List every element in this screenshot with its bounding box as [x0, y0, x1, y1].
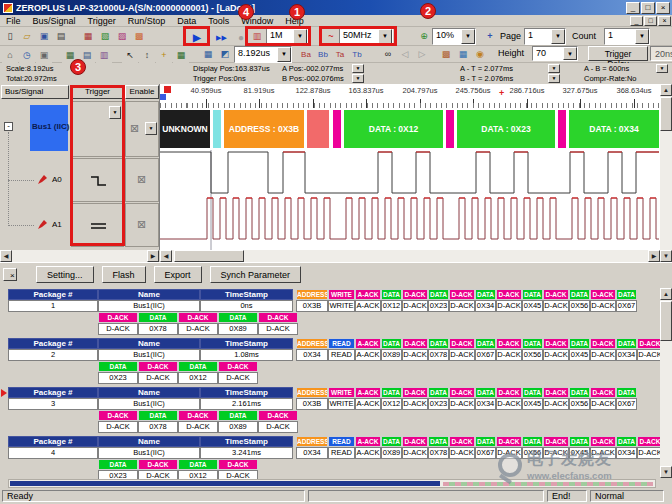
bus-segment-data-0x23[interactable]: DATA : 0X23: [457, 110, 555, 148]
window-layout-3-icon[interactable]: ▥: [96, 47, 112, 63]
bus-signal-setup-icon[interactable]: ▦: [80, 28, 96, 44]
dropdown-arrow-icon[interactable]: ▼: [635, 29, 649, 44]
doc-restore-button[interactable]: □: [644, 16, 657, 26]
a-b-dropdown[interactable]: ▼: [656, 64, 668, 73]
enable-checkbox-icon[interactable]: ⊠: [130, 122, 139, 135]
trigger-setup-icon[interactable]: ▨: [114, 28, 130, 44]
home-icon[interactable]: ⌂: [2, 47, 18, 63]
panel-close-button[interactable]: ×: [3, 268, 17, 281]
dropdown-arrow-icon[interactable]: ▼: [551, 29, 565, 44]
tab-setting-[interactable]: Setting...: [36, 266, 94, 283]
enable-column-header[interactable]: Enable: [125, 85, 159, 99]
packet-block-2[interactable]: Package #NameTimeStampADDRESSREADA-ACKDA…: [8, 338, 663, 384]
refresh-icon[interactable]: ◉: [472, 46, 488, 62]
packet-block-1[interactable]: Package #NameTimeStampADDRESSWRITEA-ACKD…: [8, 289, 637, 335]
tab-synch-parameter[interactable]: Synch Parameter: [210, 266, 302, 283]
signal-panel-hscrollbar[interactable]: ◀ ▶: [0, 250, 159, 262]
packet-field-header: DATA: [428, 436, 449, 447]
vscrollbar-thumb[interactable]: [660, 301, 672, 341]
waveform-area[interactable]: 40.959us81.919us122.878us163.837us204.79…: [160, 84, 660, 250]
grid-view-icon[interactable]: ▦: [173, 47, 189, 63]
bus-segment-separator[interactable]: [213, 110, 221, 148]
menu-bus-signal[interactable]: Bus/Signal: [27, 16, 82, 26]
open-folder-icon[interactable]: ▱: [19, 28, 35, 44]
height-select[interactable]: 70 ▼: [532, 46, 578, 61]
time-scale-select[interactable]: 8.192us ▼: [234, 46, 292, 63]
statistics-icon[interactable]: ▦: [455, 46, 471, 62]
signal-a0-label[interactable]: A0: [52, 175, 62, 184]
zoom-select[interactable]: 10% ▼: [432, 28, 476, 45]
menu-run-stop[interactable]: Run/Stop: [122, 16, 172, 26]
close-button[interactable]: ×: [656, 2, 670, 14]
repeat-run-button[interactable]: ▶▶: [209, 28, 231, 44]
enable-checkbox-icon[interactable]: ⊠: [137, 173, 146, 186]
signal-a1-label[interactable]: A1: [52, 220, 62, 229]
bus-segment-address-0x3b[interactable]: ADDRESS : 0X3B: [224, 110, 304, 148]
bus-segment-separator[interactable]: [558, 110, 566, 148]
bus-segment-data-0x12[interactable]: DATA : 0X12: [344, 110, 443, 148]
timer-icon[interactable]: ◷: [19, 47, 35, 63]
save-icon[interactable]: ▣: [36, 28, 52, 44]
enable-checkbox-icon[interactable]: ⊠: [137, 218, 146, 231]
packet-block-3[interactable]: Package #NameTimeStampADDRESSWRITEA-ACKD…: [8, 387, 637, 433]
waveform-vscrollbar[interactable]: ▲ ▼: [660, 84, 672, 262]
a1-enable-cell[interactable]: ⊠: [125, 203, 159, 247]
tab-export[interactable]: Export: [154, 266, 202, 283]
trigger-delay-button[interactable]: Trigger Delay: [588, 46, 648, 61]
minimize-button[interactable]: _: [626, 2, 640, 14]
print-icon[interactable]: ▤: [53, 28, 69, 44]
trigger-content-icon[interactable]: ▩: [131, 28, 147, 44]
hscrollbar-thumb[interactable]: [174, 250, 244, 262]
bus-signal-column-header[interactable]: Bus/Signal: [1, 85, 69, 99]
bus-segment-separator[interactable]: [333, 110, 341, 148]
b-pos-dropdown[interactable]: ▼: [352, 74, 364, 83]
a-t-dropdown[interactable]: ▼: [548, 64, 560, 73]
find-icon[interactable]: ∞: [380, 46, 396, 62]
dropdown-arrow-icon[interactable]: ▼: [461, 29, 475, 44]
hscrollbar-thumb[interactable]: [10, 481, 440, 486]
bus-enable-cell[interactable]: ⊠ ▼: [125, 101, 159, 157]
maximize-button[interactable]: □: [641, 2, 655, 14]
menu-file[interactable]: File: [0, 16, 27, 26]
bus-segment-separator[interactable]: [307, 110, 329, 148]
count-select[interactable]: 1 ▼: [604, 28, 650, 45]
packet-list-vscrollbar[interactable]: ▲ ▼: [660, 288, 672, 478]
doc-minimize-button[interactable]: _: [630, 16, 643, 26]
packet-list-icon[interactable]: ▩: [438, 46, 454, 62]
menu-trigger[interactable]: Trigger: [82, 16, 122, 26]
bar-a-icon[interactable]: Ba: [298, 46, 314, 62]
a0-enable-cell[interactable]: ⊠: [125, 158, 159, 202]
bus-segment-data-0x34[interactable]: DATA : 0X34: [569, 110, 659, 148]
vscrollbar-thumb[interactable]: [660, 97, 672, 131]
select-cursor-icon[interactable]: ↖: [122, 47, 138, 63]
hand-tool-icon[interactable]: +: [156, 47, 172, 63]
bus-segment-separator[interactable]: [446, 110, 454, 148]
a-pos-dropdown[interactable]: ▼: [352, 64, 364, 73]
bar-b-icon[interactable]: Bb: [315, 46, 331, 62]
waveform-hscrollbar[interactable]: ◀ ▶: [160, 250, 660, 262]
new-file-icon[interactable]: ▯: [2, 28, 18, 44]
dropdown-arrow-icon[interactable]: ▼: [145, 122, 157, 135]
page-select[interactable]: 1 ▼: [524, 28, 566, 45]
b-t-dropdown[interactable]: ▼: [548, 74, 560, 83]
corner-tool-icon[interactable]: ◩: [217, 46, 233, 62]
bus-name-label[interactable]: Bus1 (IIC): [32, 122, 69, 131]
collapse-toggle[interactable]: -: [4, 122, 13, 131]
doc-close-button[interactable]: ×: [658, 16, 671, 26]
a-bar-marker[interactable]: +: [499, 88, 504, 98]
menu-tools[interactable]: Tools: [202, 16, 235, 26]
find-prev-icon[interactable]: ◁: [397, 46, 413, 62]
screenshot-icon[interactable]: ▣: [36, 47, 52, 63]
trigger-position-marker[interactable]: [164, 86, 171, 93]
time-a-icon[interactable]: Ta: [332, 46, 348, 62]
grid-mode-icon[interactable]: ▦: [200, 46, 216, 62]
menu-data[interactable]: Data: [171, 16, 202, 26]
dropdown-arrow-icon[interactable]: ▼: [277, 47, 291, 62]
sampling-setup-icon[interactable]: ▧: [97, 28, 113, 44]
bus-segment-unknown[interactable]: UNKNOWN: [160, 110, 210, 148]
time-b-icon[interactable]: Tb: [349, 46, 365, 62]
find-next-icon[interactable]: ▷: [414, 46, 430, 62]
dropdown-arrow-icon[interactable]: ▼: [563, 47, 577, 60]
tab-flash[interactable]: Flash: [102, 266, 146, 283]
multi-select-icon[interactable]: ↕: [139, 47, 155, 63]
